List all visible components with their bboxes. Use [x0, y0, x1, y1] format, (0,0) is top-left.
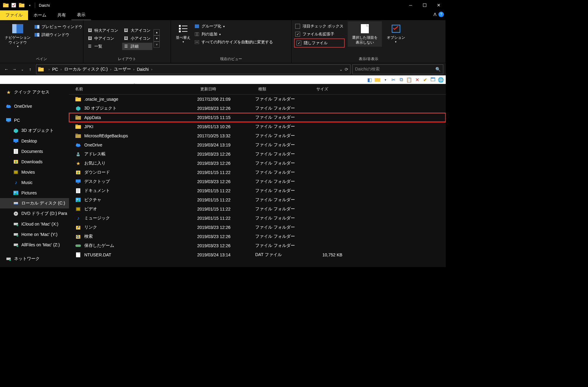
layout-details[interactable]: ☰詳細	[122, 43, 153, 50]
sidebar-item[interactable]: Desktop	[0, 136, 69, 146]
col-type[interactable]: 種類	[258, 86, 316, 92]
sidebar-item[interactable]: Documents	[0, 146, 69, 157]
file-row[interactable]: デスクトップ2019/03/23 12:26ファイル フォルダー	[69, 177, 446, 186]
sidebar-item[interactable]: ♪Music	[0, 177, 69, 188]
address-dropdown-icon[interactable]: ⌄	[339, 67, 343, 72]
tab-view[interactable]: 表示	[71, 10, 91, 20]
file-row[interactable]: 検索2019/03/23 12:26ファイル フォルダー	[69, 232, 446, 241]
breadcrumb-segment[interactable]: ユーザー	[114, 67, 131, 72]
file-row[interactable]: ★お気に入り2019/03/23 12:26ファイル フォルダー	[69, 159, 446, 168]
details-pane-button[interactable]: 詳細ウィンドウ	[33, 31, 84, 38]
tab-file[interactable]: ファイル	[0, 10, 28, 20]
sidebar-item[interactable]: ネットワーク	[0, 254, 69, 264]
up-button[interactable]: ↑	[26, 65, 34, 73]
sidebar-item[interactable]: OneDrive	[0, 101, 69, 111]
add-columns-button[interactable]: 列の追加▾	[193, 31, 274, 38]
file-row[interactable]: OneDrive2019/03/24 13:19ファイル フォルダー	[69, 140, 446, 150]
layout-scroll-down[interactable]: ▾	[154, 35, 160, 42]
layout-xl[interactable]: 🖼特大アイコン	[86, 27, 120, 34]
layout-expand[interactable]: ▿	[154, 42, 160, 48]
file-row[interactable]: ドキュメント2019/01/15 11:22ファイル フォルダー	[69, 186, 446, 195]
breadcrumb-segment[interactable]: ローカル ディスク (C:)	[64, 67, 108, 72]
chevron-right-icon[interactable]: ›	[133, 67, 135, 71]
file-row[interactable]: ビデオ2019/01/15 11:22ファイル フォルダー	[69, 204, 446, 214]
layout-s[interactable]: 🖼小アイコン	[122, 35, 153, 42]
preview-pane-button[interactable]: プレビュー ウィンドウ	[33, 23, 84, 31]
sidebar-item[interactable]: Pictures	[0, 188, 69, 198]
back-button[interactable]: ←	[2, 65, 10, 73]
item-checkboxes-toggle[interactable]: 項目チェック ボックス	[294, 23, 345, 30]
file-row[interactable]: MicrosoftEdgeBackups2017/10/25 13:32ファイル…	[69, 131, 446, 140]
layout-list[interactable]: ☰一覧	[86, 43, 120, 50]
file-extensions-toggle[interactable]: ✓ファイル名拡張子	[294, 31, 345, 38]
layout-m[interactable]: 🖼中アイコン	[86, 35, 120, 42]
size-all-columns-button[interactable]: すべての列のサイズを自動的に変更する	[193, 38, 274, 46]
column-headers[interactable]: ⌃ 名前 更新日時 種類 サイズ	[69, 84, 446, 95]
file-date: 2019/01/15 11:22	[197, 216, 255, 221]
col-name[interactable]: 名前	[75, 86, 200, 92]
chevron-right-icon[interactable]: ›	[60, 67, 62, 71]
file-row[interactable]: 3D オブジェクト2019/03/23 12:26ファイル フォルダー	[69, 104, 446, 113]
sidebar-item[interactable]: ローカル ディスク (C:)	[0, 198, 69, 208]
file-row[interactable]: .oracle_jre_usage2017/12/06 21:09ファイル フォ…	[69, 95, 446, 104]
file-row[interactable]: AppData2019/01/15 11:15ファイル フォルダー	[69, 113, 446, 122]
chevron-right-icon[interactable]: ›	[151, 67, 152, 71]
file-row[interactable]: ピクチャ2019/01/15 11:22ファイル フォルダー	[69, 195, 446, 204]
sidebar-item[interactable]: 3D オブジェクト	[0, 125, 69, 136]
layout-scroll-up[interactable]: ▴	[154, 29, 160, 35]
col-size[interactable]: サイズ	[316, 86, 446, 92]
svg-rect-4	[19, 3, 21, 5]
options-button[interactable]: オプション▾	[384, 21, 408, 45]
layout-l[interactable]: 🖼大アイコン	[122, 27, 153, 34]
collapse-ribbon-icon[interactable]: ᐱ	[434, 12, 437, 17]
sidebar-item[interactable]: AllFiles on 'Mac' (Z:)	[0, 240, 69, 250]
chevron-right-icon[interactable]: ›	[110, 67, 111, 71]
sidebar-item[interactable]: Movies	[0, 167, 69, 177]
globe-icon[interactable]: 🌐	[438, 77, 444, 83]
address-bar[interactable]: › PC›ローカル ディスク (C:)›ユーザー›Daichi› ⌄⟳	[36, 64, 350, 74]
minimize-button[interactable]: ─	[404, 1, 418, 10]
group-by-button[interactable]: グループ化▾	[193, 23, 274, 30]
file-row[interactable]: リンク2019/03/23 12:26ファイル フォルダー	[69, 223, 446, 232]
breadcrumb-segment[interactable]: Daichi	[137, 67, 149, 72]
maximize-button[interactable]	[418, 1, 432, 10]
qat-folder-icon[interactable]	[18, 2, 25, 9]
sidebar-item[interactable]: Downloads	[0, 157, 69, 167]
search-box[interactable]: Daichiの検索 🔍	[352, 64, 443, 74]
new-folder-icon[interactable]	[374, 77, 380, 83]
forward-button[interactable]: →	[10, 65, 18, 73]
help-icon[interactable]: ?	[438, 12, 444, 17]
hidden-files-toggle[interactable]: ✓隠しファイル	[295, 39, 343, 47]
layout-toggle-icon[interactable]: ◧	[366, 77, 372, 83]
file-row[interactable]: NTUSER.DAT2019/03/24 13:14DAT ファイル10,752…	[69, 250, 446, 259]
navigation-pane-button[interactable]: ナビゲーション ウィンドウ ▾	[2, 21, 33, 50]
folder-menu-icon[interactable]: ▾	[382, 77, 388, 83]
qat-properties-icon[interactable]	[10, 2, 17, 9]
file-row[interactable]: ダウンロード2019/01/15 11:22ファイル フォルダー	[69, 168, 446, 177]
qat-dropdown-icon[interactable]: ▾	[26, 2, 33, 9]
file-row[interactable]: JPKI2018/01/13 10:26ファイル フォルダー	[69, 122, 446, 131]
cut-icon[interactable]: ✂	[390, 77, 396, 83]
file-row[interactable]: 保存したゲーム2019/03/23 12:26ファイル フォルダー	[69, 241, 446, 250]
close-button[interactable]: ✕	[432, 1, 446, 10]
file-row[interactable]: アドレス帳2019/03/23 12:26ファイル フォルダー	[69, 150, 446, 159]
sidebar-item[interactable]: iCloud on 'Mac' (X:)	[0, 219, 69, 229]
sidebar-item[interactable]: ★クイック アクセス	[0, 87, 69, 97]
recent-dropdown[interactable]: ⌄	[18, 65, 26, 73]
sidebar-item[interactable]: PC	[0, 115, 69, 125]
tab-home[interactable]: ホーム	[28, 10, 52, 20]
tab-share[interactable]: 共有	[52, 10, 71, 20]
properties-icon[interactable]: 🗔	[430, 77, 436, 83]
rename-icon[interactable]: ✔	[422, 77, 428, 83]
delete-icon[interactable]: ✕	[414, 77, 420, 83]
breadcrumb-segment[interactable]: PC	[52, 67, 58, 72]
paste-icon[interactable]: 📋	[406, 77, 412, 83]
sidebar-item[interactable]: Home on 'Mac' (Y:)	[0, 229, 69, 240]
refresh-icon[interactable]: ⟳	[345, 67, 348, 72]
sidebar-item[interactable]: DVD ドライブ (D:) Para	[0, 208, 69, 219]
file-row[interactable]: ♪ミュージック2019/01/15 11:22ファイル フォルダー	[69, 214, 446, 223]
hide-selected-button[interactable]: 選択した項目を 表示しない	[348, 21, 382, 47]
sort-by-button[interactable]: 並べ替え▾	[173, 21, 193, 45]
copy-icon[interactable]: ⧉	[398, 77, 404, 83]
col-date[interactable]: 更新日時	[200, 86, 258, 92]
